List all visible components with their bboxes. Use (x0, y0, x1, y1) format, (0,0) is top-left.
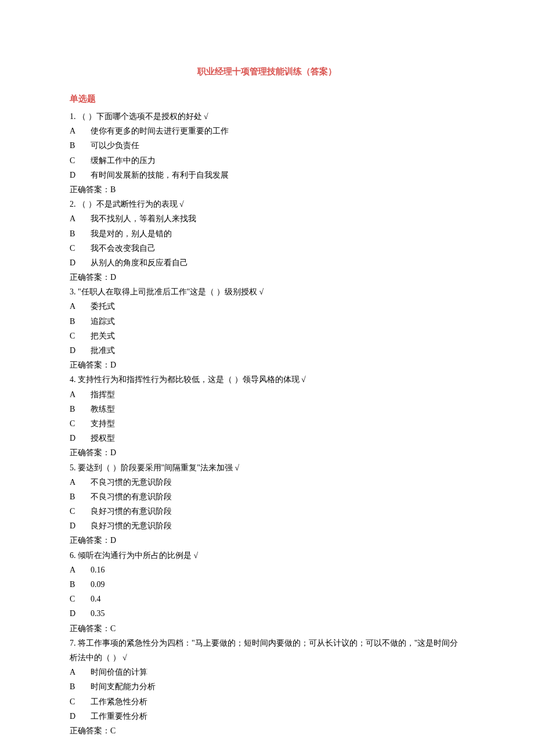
answer-line: 正确答案： D (70, 270, 464, 285)
option-text: 使你有更多的时间去进行更重要的工作 (91, 127, 229, 135)
option-label: D (70, 606, 91, 621)
option-label: A (70, 124, 91, 138)
checkmark-icon: √ (194, 551, 199, 560)
option-line: D从别人的角度和反应看自己 (70, 255, 464, 270)
option-text: 时间支配能力分析 (91, 682, 156, 691)
answer-prefix: 正确答案： (70, 723, 110, 738)
option-label: C (70, 416, 91, 431)
option-text: 可以少负责任 (91, 141, 139, 150)
option-label: D (70, 431, 91, 445)
checkmark-icon: √ (179, 200, 184, 208)
answer-line: 正确答案： D (70, 358, 464, 372)
question-number: 7. (70, 639, 76, 647)
option-line: A不良习惯的无意识阶段 (70, 475, 464, 489)
option-label: A (70, 299, 91, 314)
checkmark-icon: √ (259, 287, 264, 296)
option-line: B可以少负责任 (70, 138, 464, 153)
option-label: C (70, 329, 91, 343)
checkmark-icon: √ (234, 463, 239, 472)
option-text: 0.16 (91, 566, 105, 574)
document-title: 职业经理十项管理技能训练（答案） (70, 64, 464, 80)
answer-prefix: 正确答案： (70, 182, 110, 197)
option-label: C (70, 694, 91, 709)
option-label: C (70, 504, 91, 519)
option-text: 从别人的角度和反应看自己 (91, 258, 188, 267)
option-text: 有时间发展新的技能，有利于自我发展 (91, 171, 229, 179)
option-text: 追踪式 (91, 317, 115, 326)
question-text: 3. "任职人在取得上司批准后工作"这是（ ）级别授权 √ (70, 285, 464, 299)
answer-line: 正确答案： C (70, 723, 464, 738)
option-line: B不良习惯的有意识阶段 (70, 489, 464, 504)
answer-value: D (110, 273, 116, 282)
option-label: A (70, 563, 91, 577)
answer-prefix: 正确答案： (70, 445, 110, 460)
question-text: 7. 将工作事项的紧急性分为四档："马上要做的；短时间内要做的；可从长计议的；可… (70, 636, 464, 665)
option-label: B (70, 226, 91, 241)
option-label: B (70, 577, 91, 592)
answer-value: C (110, 726, 116, 735)
answer-line: 正确答案： B (70, 182, 464, 197)
option-line: A委托式 (70, 299, 464, 314)
option-line: B我是对的，别人是错的 (70, 226, 464, 241)
option-label: B (70, 314, 91, 329)
option-line: B时间支配能力分析 (70, 679, 464, 694)
option-text: 指挥型 (91, 390, 115, 399)
option-text: 0.09 (91, 580, 105, 589)
option-text: 不良习惯的无意识阶段 (91, 478, 172, 487)
option-text: 我不会改变我自己 (91, 244, 156, 253)
option-label: B (70, 402, 91, 416)
option-text: 批准式 (91, 346, 115, 355)
option-text: 教练型 (91, 405, 115, 413)
question-text: 6. 倾听在沟通行为中所占的比例是 √ (70, 548, 464, 563)
option-label: D (70, 255, 91, 270)
option-line: D授权型 (70, 431, 464, 445)
option-line: A使你有更多的时间去进行更重要的工作 (70, 124, 464, 138)
answer-value: C (110, 624, 116, 633)
option-text: 我不找别人，等着别人来找我 (91, 214, 196, 223)
checkmark-icon: √ (204, 112, 208, 121)
option-line: C工作紧急性分析 (70, 694, 464, 709)
option-text: 时间价值的计算 (91, 668, 147, 676)
question-body: （ ）下面哪个选项不是授权的好处 (78, 112, 202, 121)
option-line: A时间价值的计算 (70, 665, 464, 679)
option-line: A我不找别人，等着别人来找我 (70, 211, 464, 226)
option-line: B0.09 (70, 577, 464, 592)
checkmark-icon: √ (122, 653, 127, 662)
option-text: 支持型 (91, 419, 115, 428)
option-label: D (70, 709, 91, 723)
option-line: A0.16 (70, 563, 464, 577)
answer-value: D (110, 536, 116, 545)
answer-prefix: 正确答案： (70, 270, 110, 285)
option-text: 不良习惯的有意识阶段 (91, 492, 172, 501)
option-line: C我不会改变我自己 (70, 241, 464, 255)
option-line: D0.35 (70, 606, 464, 621)
option-text: 缓解工作中的压力 (91, 156, 156, 165)
option-text: 我是对的，别人是错的 (91, 229, 172, 238)
option-label: D (70, 519, 91, 533)
question-body: 支持性行为和指挥性行为都比较低，这是（ ）领导风格的体现 (78, 375, 300, 384)
option-label: D (70, 343, 91, 358)
option-label: B (70, 489, 91, 504)
question-text: 2. （ ）不是武断性行为的表现 √ (70, 197, 464, 211)
option-label: B (70, 679, 91, 694)
question-body: 将工作事项的紧急性分为四档："马上要做的；短时间内要做的；可从长计议的；可以不做… (70, 639, 458, 662)
answer-line: 正确答案： D (70, 533, 464, 548)
question-number: 4. (70, 375, 76, 384)
option-label: C (70, 153, 91, 168)
answer-prefix: 正确答案： (70, 533, 110, 548)
option-line: C支持型 (70, 416, 464, 431)
questions-container: 1. （ ）下面哪个选项不是授权的好处 √A使你有更多的时间去进行更重要的工作B… (70, 109, 464, 738)
option-label: A (70, 665, 91, 679)
option-line: D有时间发展新的技能，有利于自我发展 (70, 168, 464, 182)
question-text: 1. （ ）下面哪个选项不是授权的好处 √ (70, 109, 464, 124)
option-label: A (70, 211, 91, 226)
option-label: C (70, 241, 91, 255)
question-number: 5. (70, 463, 76, 472)
question-number: 6. (70, 551, 76, 560)
question-body: "任职人在取得上司批准后工作"这是（ ）级别授权 (78, 287, 257, 296)
option-line: B教练型 (70, 402, 464, 416)
option-text: 授权型 (91, 434, 115, 442)
option-line: B追踪式 (70, 314, 464, 329)
question-body: 要达到（ ）阶段要采用"间隔重复"法来加强 (78, 463, 233, 472)
question-body: （ ）不是武断性行为的表现 (78, 200, 178, 208)
